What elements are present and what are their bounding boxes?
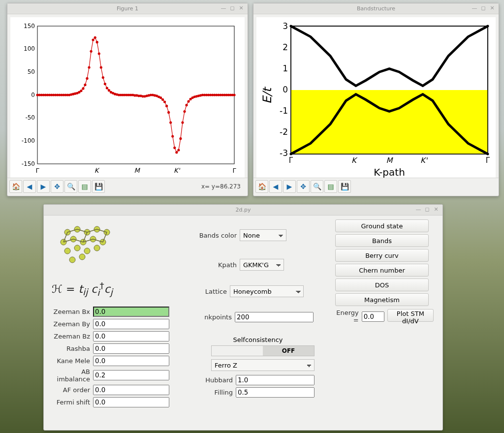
figure1-titlebar[interactable]: Figure 1 — ◻ ✕ — [7, 3, 248, 14]
zoom-icon[interactable]: 🔍 — [311, 180, 323, 193]
maximize-icon[interactable]: ◻ — [480, 5, 487, 12]
pan-icon[interactable]: ✥ — [51, 180, 63, 193]
field-input-5[interactable] — [93, 370, 169, 380]
filling-input[interactable] — [236, 387, 315, 398]
svg-point-140 — [94, 245, 100, 251]
svg-text:3: 3 — [283, 21, 288, 31]
svg-point-87 — [185, 104, 188, 106]
home-icon[interactable]: 🏠 — [255, 180, 268, 193]
field-input-7[interactable] — [93, 397, 169, 407]
field-label: Zeeman By — [50, 320, 93, 328]
nkpoints-input[interactable] — [235, 312, 314, 322]
svg-text:2: 2 — [283, 42, 288, 52]
action-button-0[interactable]: Ground state — [335, 219, 429, 232]
plot-stm-button[interactable]: Plot STM dI/dV — [387, 309, 434, 322]
svg-text:Γ: Γ — [289, 156, 293, 165]
action-button-5[interactable]: Magnetism — [335, 293, 429, 306]
forward-icon[interactable]: ▶ — [283, 180, 296, 193]
svg-point-88 — [187, 100, 189, 102]
maximize-icon[interactable]: ◻ — [424, 206, 431, 213]
svg-point-45 — [102, 76, 104, 79]
app-window: 2d.py — ◻ ✕ — [43, 204, 443, 431]
field-input-0[interactable] — [93, 307, 169, 317]
save-icon[interactable]: 💾 — [92, 180, 105, 193]
field-label: Kane Mele — [50, 357, 93, 365]
hubbard-input[interactable] — [236, 375, 315, 385]
svg-text:K': K' — [420, 156, 428, 165]
kpath-select[interactable]: GKMK'G — [240, 259, 284, 271]
scheme-select[interactable]: Ferro Z — [211, 359, 315, 371]
svg-text:50: 50 — [28, 68, 35, 75]
selfconsistency-toggle[interactable]: OFF — [211, 345, 315, 356]
band-toolbar: 🏠 ◀ ▶ ✥ 🔍 ▤ 💾 — [253, 178, 499, 195]
action-button-1[interactable]: Bands — [335, 234, 429, 247]
action-button-4[interactable]: DOS — [335, 278, 429, 291]
svg-point-40 — [92, 38, 94, 41]
pan-icon[interactable]: ✥ — [297, 180, 310, 193]
action-button-3[interactable]: Chern number — [335, 264, 429, 277]
svg-point-80 — [171, 135, 174, 137]
energy-input[interactable] — [362, 311, 384, 322]
left-panel: ℋ = tij ci†cj Zeeman Bx Zeeman By Zeeman… — [50, 219, 173, 409]
field-input-1[interactable] — [93, 319, 169, 329]
subplots-icon[interactable]: ▤ — [78, 180, 91, 193]
minimize-icon[interactable]: — — [471, 5, 478, 12]
kpath-label: Kpath — [181, 261, 240, 269]
minimize-icon[interactable]: — — [220, 5, 227, 12]
svg-text:-100: -100 — [22, 137, 35, 144]
svg-point-78 — [167, 111, 170, 114]
forward-icon[interactable]: ▶ — [37, 180, 50, 193]
back-icon[interactable]: ◀ — [269, 180, 282, 193]
app-title: 2d.py — [236, 207, 251, 213]
svg-point-41 — [94, 36, 96, 39]
field-input-2[interactable] — [93, 331, 169, 341]
back-icon[interactable]: ◀ — [23, 180, 36, 193]
ylabel: -150 — [22, 160, 35, 167]
home-icon[interactable]: 🏠 — [9, 180, 22, 193]
svg-point-138 — [74, 245, 80, 251]
svg-point-48 — [108, 89, 110, 92]
minimize-icon[interactable]: — — [415, 206, 422, 213]
band-plot: -3 -2 -1 0 1 2 3 Γ K M K' Γ E/t K-path — [256, 17, 496, 178]
svg-point-44 — [100, 66, 102, 68]
svg-point-34 — [80, 90, 82, 92]
svg-text:0: 0 — [31, 92, 35, 98]
band-ylabel: E/t — [260, 86, 274, 104]
close-icon[interactable]: ✕ — [433, 206, 440, 213]
close-icon[interactable]: ✕ — [238, 5, 245, 12]
figure1-status: x= y=86.273 — [201, 183, 246, 190]
svg-text:M: M — [134, 167, 140, 174]
svg-text:K: K — [94, 167, 100, 174]
svg-text:Γ: Γ — [35, 167, 39, 174]
svg-point-74 — [159, 96, 162, 99]
app-titlebar[interactable]: 2d.py — ◻ ✕ — [44, 205, 442, 216]
action-button-2[interactable]: Berry curv — [335, 249, 429, 262]
field-input-3[interactable] — [93, 343, 169, 354]
svg-point-81 — [173, 147, 176, 149]
svg-point-37 — [86, 77, 88, 80]
figure1-window: Figure 1 — ◻ ✕ -150 -100 -50 0 50 100 15… — [7, 3, 248, 196]
band-titlebar[interactable]: Bandstructure — ◻ ✕ — [253, 3, 499, 14]
honeycomb-icon — [58, 222, 112, 267]
svg-point-38 — [88, 66, 90, 68]
bands-color-label: Bands color — [181, 232, 240, 239]
zoom-icon[interactable]: 🔍 — [64, 180, 77, 193]
figure1-svg: -150 -100 -50 0 50 100 150 Γ K M K' Γ — [10, 17, 245, 178]
save-icon[interactable]: 💾 — [338, 180, 351, 193]
svg-point-77 — [165, 105, 168, 107]
lattice-select[interactable]: Honeycomb — [230, 285, 304, 297]
field-input-4[interactable] — [93, 356, 169, 366]
field-label: AB imbalance — [50, 368, 93, 383]
svg-text:Γ: Γ — [486, 156, 490, 165]
svg-point-137 — [64, 248, 70, 254]
bands-color-select[interactable]: None — [240, 229, 286, 241]
field-input-6[interactable] — [93, 385, 169, 395]
lattice-label: Lattice — [181, 288, 230, 295]
maximize-icon[interactable]: ◻ — [229, 5, 236, 12]
svg-point-42 — [96, 41, 98, 43]
figure1-toolbar: 🏠 ◀ ▶ ✥ 🔍 ▤ 💾 x= y=86.273 — [7, 178, 248, 195]
svg-point-139 — [84, 248, 90, 254]
subplots-icon[interactable]: ▤ — [324, 180, 337, 193]
band-window: Bandstructure — ◻ ✕ -3 -2 -1 0 1 2 3 Γ K… — [253, 3, 499, 196]
close-icon[interactable]: ✕ — [489, 5, 496, 12]
